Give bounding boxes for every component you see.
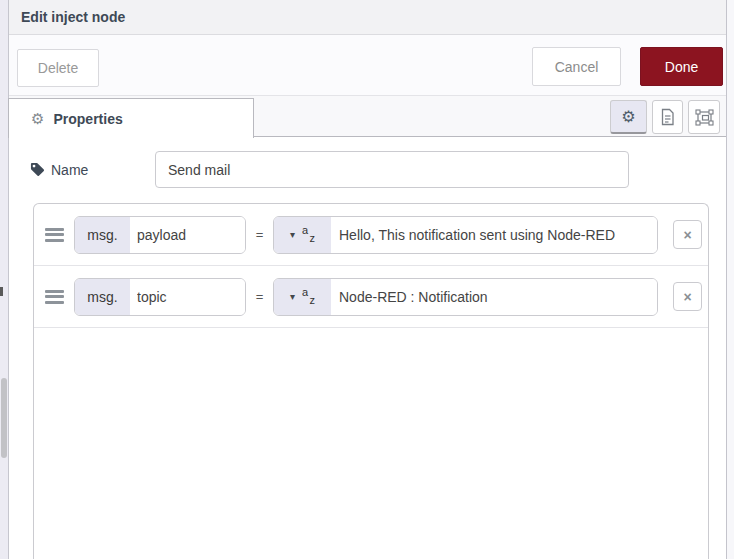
tray-right-edge	[726, 0, 734, 559]
editor-tabbar: ⚙ Properties ⚙	[9, 96, 726, 137]
inject-properties-list: msg. = ▾ a z	[33, 203, 709, 559]
property-value-input[interactable]	[331, 279, 657, 315]
chevron-down-icon: ▾	[290, 292, 295, 302]
document-icon	[660, 108, 675, 126]
gear-icon: ⚙	[621, 107, 635, 126]
drag-handle-icon[interactable]	[45, 225, 64, 244]
property-key-input[interactable]	[130, 279, 245, 315]
close-icon: ×	[683, 290, 691, 304]
cancel-button[interactable]: Cancel	[532, 47, 621, 86]
property-row-payload: msg. = ▾ a z	[34, 204, 708, 266]
typed-input-group: ▾ a z	[273, 278, 658, 316]
property-key-group: msg.	[74, 216, 246, 254]
string-type-icon: a z	[302, 224, 315, 246]
dialog-title: Edit inject node	[21, 9, 125, 25]
workspace-node-edge	[0, 287, 3, 296]
edit-tray: Edit inject node Delete Cancel Done ⚙ Pr…	[9, 0, 726, 559]
typed-input-group: ▾ a z	[273, 216, 658, 254]
name-field-label-row: Name	[30, 151, 88, 188]
equals-label: =	[255, 227, 264, 242]
name-field-label: Name	[51, 162, 88, 178]
tab-properties-label: Properties	[53, 111, 122, 127]
name-input[interactable]	[155, 151, 629, 188]
properties-tab-button[interactable]: ⚙	[610, 100, 647, 134]
appearance-icon	[695, 109, 714, 126]
property-key-group: msg.	[74, 278, 246, 316]
properties-panel: Name msg. = ▾	[9, 137, 726, 559]
msg-prefix-label: msg.	[75, 279, 130, 315]
delete-button[interactable]: Delete	[17, 49, 99, 87]
tag-icon	[30, 162, 45, 177]
type-select-button[interactable]: ▾ a z	[274, 279, 331, 315]
type-select-button[interactable]: ▾ a z	[274, 217, 331, 253]
chevron-down-icon: ▾	[290, 230, 295, 240]
remove-row-button[interactable]: ×	[673, 282, 702, 311]
msg-prefix-label: msg.	[75, 217, 130, 253]
property-row-topic: msg. = ▾ a z	[34, 266, 708, 328]
workspace-left-edge	[0, 0, 9, 559]
property-value-input[interactable]	[331, 217, 657, 253]
close-icon: ×	[683, 228, 691, 242]
equals-label: =	[255, 289, 264, 304]
done-button[interactable]: Done	[640, 47, 723, 86]
property-key-input[interactable]	[130, 217, 245, 253]
tray-toolbar: Delete Cancel Done	[9, 35, 726, 96]
remove-row-button[interactable]: ×	[673, 220, 702, 249]
palette-scrollbar[interactable]	[1, 378, 7, 458]
description-tab-button[interactable]	[652, 100, 683, 134]
tray-titlebar: Edit inject node	[9, 0, 726, 35]
appearance-tab-button[interactable]	[688, 100, 720, 134]
edit-inject-node-dialog-screen: Edit inject node Delete Cancel Done ⚙ Pr…	[0, 0, 734, 559]
tab-properties[interactable]: ⚙ Properties	[8, 98, 254, 138]
gear-icon: ⚙	[31, 110, 44, 128]
drag-handle-icon[interactable]	[45, 287, 64, 306]
string-type-icon: a z	[302, 286, 315, 308]
